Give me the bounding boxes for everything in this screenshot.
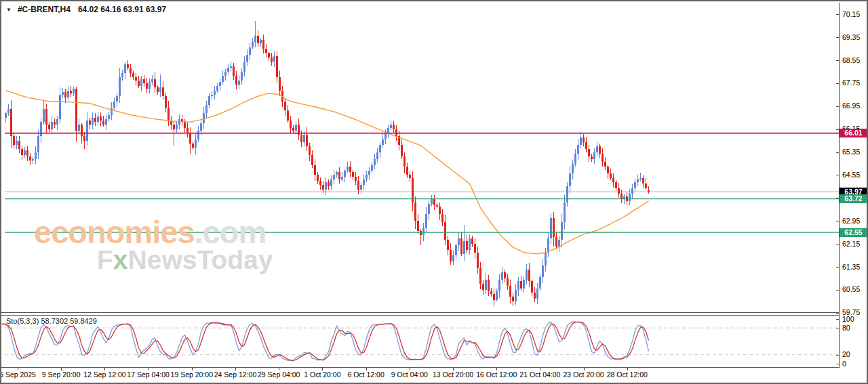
candle: [24, 150, 26, 154]
candle: [360, 185, 362, 189]
stochastic-values: 58.7302 59.8429: [41, 317, 97, 325]
candle: [271, 58, 273, 62]
candle: [143, 79, 145, 83]
candle: [610, 173, 612, 177]
candle: [295, 125, 297, 130]
candle: [116, 96, 118, 102]
candle: [344, 171, 346, 176]
price-axis-label: 70.15: [842, 11, 867, 18]
watermark-f-letter: F: [97, 245, 113, 274]
candle: [124, 64, 126, 73]
candle: [561, 222, 563, 239]
candle: [268, 53, 270, 57]
candle: [645, 184, 647, 188]
candle: [211, 95, 213, 96]
candle: [203, 113, 205, 123]
candle: [642, 178, 644, 184]
time-axis-label: 29 Sep 04:00: [258, 370, 300, 379]
candle: [431, 199, 433, 203]
candle: [414, 202, 416, 221]
candle: [97, 116, 99, 122]
candle: [417, 221, 419, 231]
candle: [371, 165, 373, 171]
candle: [32, 159, 34, 161]
candle: [409, 175, 411, 177]
candle: [517, 281, 519, 290]
candle: [455, 245, 457, 255]
candle: [341, 177, 343, 179]
symbol-dropdown-icon[interactable]: ▼: [6, 7, 12, 13]
candle: [612, 178, 614, 182]
candle: [113, 102, 115, 107]
candle: [284, 102, 286, 110]
candle: [276, 56, 278, 78]
candle: [482, 284, 484, 289]
candle: [167, 108, 170, 121]
candle: [450, 250, 452, 261]
candle: [422, 228, 425, 236]
candle: [615, 182, 617, 188]
candle: [520, 281, 522, 289]
price-axis-label: 60.55: [842, 286, 867, 293]
candle: [35, 152, 37, 160]
candle: [523, 280, 525, 289]
candle: [105, 119, 107, 125]
candle: [593, 152, 595, 160]
candle: [235, 76, 237, 85]
candle: [574, 154, 576, 164]
candle: [333, 175, 335, 179]
candle: [601, 154, 604, 163]
watermark-rest-text: NewsToday: [128, 245, 273, 274]
price-axis-label: 68.55: [842, 57, 867, 64]
candle: [51, 122, 53, 129]
candle: [463, 241, 465, 254]
candle: [648, 190, 650, 192]
candle: [162, 87, 164, 96]
candle: [637, 179, 639, 182]
time-axis-label: 16 Oct 12:00: [476, 370, 517, 379]
candle: [322, 185, 324, 189]
candle: [140, 79, 142, 87]
candle: [452, 255, 454, 261]
candle: [56, 119, 58, 125]
candle: [550, 218, 552, 238]
candle: [48, 125, 50, 129]
candle: [146, 83, 148, 89]
candle: [390, 125, 392, 127]
candle: [588, 149, 590, 156]
candle: [186, 128, 189, 133]
candle: [227, 68, 229, 72]
candle: [542, 265, 544, 277]
symbol-title: #C-BRENT,H4: [18, 5, 71, 14]
candle: [444, 222, 446, 239]
candle: [94, 118, 96, 122]
price-axis-label: 66.95: [842, 102, 867, 110]
candle: [477, 253, 479, 268]
candle: [54, 122, 56, 125]
candle: [92, 118, 94, 125]
candle: [507, 278, 509, 286]
candle: [330, 179, 332, 187]
candle: [349, 167, 351, 172]
candle: [309, 146, 311, 155]
candle: [86, 121, 88, 141]
candle: [441, 214, 443, 223]
candle: [5, 113, 7, 117]
price-badge-63.72: 63.72: [840, 194, 867, 203]
chart-canvas[interactable]: [0, 0, 868, 384]
candle: [634, 182, 636, 188]
candle: [83, 136, 85, 140]
candle: [607, 167, 609, 174]
candle: [515, 290, 517, 301]
candle: [420, 231, 422, 235]
candle: [249, 47, 251, 55]
candle: [238, 81, 240, 85]
candle: [526, 270, 528, 280]
price-badge-66.01: 66.01: [840, 129, 867, 137]
candle: [262, 40, 264, 49]
candle: [37, 136, 39, 152]
candle: [173, 125, 175, 129]
price-axis-label: 62.15: [842, 240, 867, 248]
candle: [184, 122, 186, 127]
candle: [439, 207, 441, 214]
